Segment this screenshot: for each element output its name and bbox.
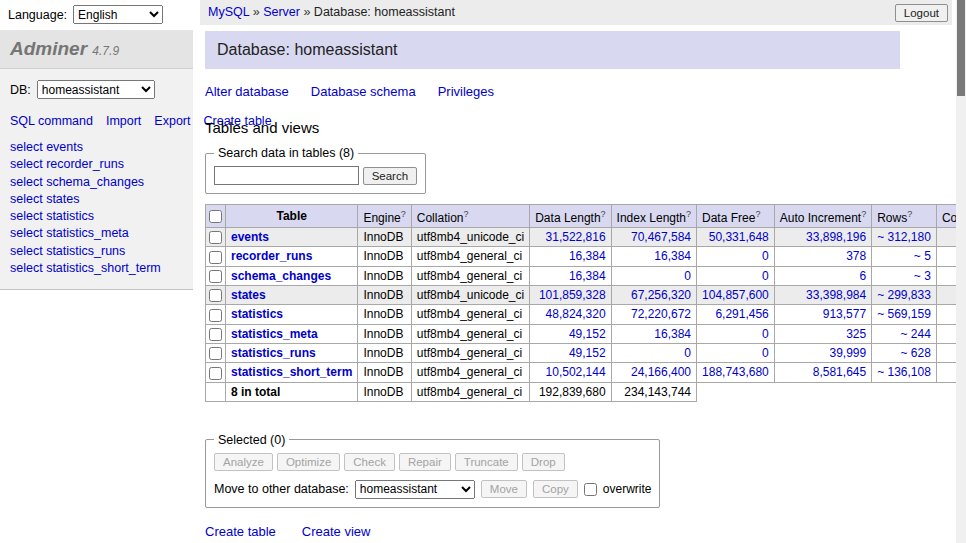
index-length-link[interactable]: 24,166,400 <box>631 365 691 379</box>
table-name-cell: states <box>226 285 358 304</box>
action-link-privileges[interactable]: Privileges <box>438 84 494 99</box>
column-hint-icon: ? <box>907 209 912 219</box>
auto-increment-link[interactable]: 33,898,196 <box>806 230 866 244</box>
breadcrumb-link-mysql[interactable]: MySQL <box>208 5 249 19</box>
db-select[interactable]: homeassistant <box>37 80 155 99</box>
sidebar-link-sql-command[interactable]: SQL command <box>10 114 93 128</box>
sidebar-link-import[interactable]: Import <box>106 114 141 128</box>
data-free-link[interactable]: 6,291,456 <box>715 307 768 321</box>
table-name-link-statistics[interactable]: statistics <box>231 307 283 321</box>
table-name-link-schema-changes[interactable]: schema_changes <box>231 269 331 283</box>
rows-count-link[interactable]: ~ 312,180 <box>877 230 931 244</box>
data-free-link[interactable]: 50,331,648 <box>709 230 769 244</box>
create-link-create-view[interactable]: Create view <box>302 524 371 539</box>
rows-count-link[interactable]: ~ 299,833 <box>877 288 931 302</box>
sidebar-table-link-select-schema-changes[interactable]: select schema_changes <box>10 174 183 191</box>
bulk-drop-button[interactable]: Drop <box>522 453 565 471</box>
search-button[interactable]: Search <box>363 167 417 185</box>
index-length-link[interactable]: 16,384 <box>654 327 691 341</box>
auto-increment-link[interactable]: 325 <box>846 327 866 341</box>
sidebar-table-link-select-events[interactable]: select events <box>10 139 183 156</box>
data-length-link[interactable]: 49,152 <box>569 327 606 341</box>
table-name-link-states[interactable]: states <box>231 288 266 302</box>
rows-count-link[interactable]: ~ 628 <box>901 346 931 360</box>
row-checkbox[interactable] <box>209 367 222 380</box>
row-checkbox[interactable] <box>209 328 222 341</box>
row-checkbox[interactable] <box>209 251 222 264</box>
row-checkbox[interactable] <box>209 231 222 244</box>
sidebar-table-link-select-statistics-short-term[interactable]: select statistics_short_term <box>10 260 183 277</box>
bulk-truncate-button[interactable]: Truncate <box>455 453 518 471</box>
auto-increment-link[interactable]: 8,581,645 <box>813 365 866 379</box>
bulk-optimize-button[interactable]: Optimize <box>277 453 340 471</box>
rows-count-link[interactable]: ~ 5 <box>914 249 931 263</box>
sidebar-link-export[interactable]: Export <box>154 114 190 128</box>
data-free-link[interactable]: 0 <box>762 346 769 360</box>
data-length-link[interactable]: 16,384 <box>569 269 606 283</box>
index-length-link[interactable]: 67,256,320 <box>631 288 691 302</box>
breadcrumb: MySQL » Server » Database: homeassistant <box>200 0 952 25</box>
sidebar-table-link-select-statistics-meta[interactable]: select statistics_meta <box>10 225 183 242</box>
data-length-link[interactable]: 16,384 <box>569 249 606 263</box>
auto-increment-link[interactable]: 378 <box>846 249 866 263</box>
row-checkbox[interactable] <box>209 309 222 322</box>
select-all-cell <box>206 205 226 228</box>
index-length-link[interactable]: 16,384 <box>654 249 691 263</box>
index-length-link[interactable]: 0 <box>684 346 691 360</box>
row-checkbox[interactable] <box>209 270 222 283</box>
copy-button[interactable]: Copy <box>533 480 578 498</box>
index-length-link[interactable]: 0 <box>684 269 691 283</box>
index-length-link[interactable]: 70,467,584 <box>631 230 691 244</box>
data-free-cell: 0 <box>697 247 775 266</box>
sidebar-table-link-select-statistics[interactable]: select statistics <box>10 208 183 225</box>
table-row: statistics_metaInnoDButf8mb4_general_ci4… <box>206 324 966 343</box>
data-length-link[interactable]: 101,859,328 <box>539 288 606 302</box>
engine-cell: InnoDB <box>358 247 411 266</box>
search-input[interactable] <box>214 166 359 185</box>
action-link-alter-database[interactable]: Alter database <box>205 84 289 99</box>
table-name-link-recorder-runs[interactable]: recorder_runs <box>231 249 312 263</box>
move-db-select[interactable]: homeassistant <box>355 480 475 499</box>
sidebar-table-link-select-recorder-runs[interactable]: select recorder_runs <box>10 156 183 173</box>
scrollbar[interactable] <box>956 0 966 543</box>
index-length-link[interactable]: 72,220,672 <box>631 307 691 321</box>
logout-button[interactable]: Logout <box>895 4 948 22</box>
data-length-link[interactable]: 31,522,816 <box>546 230 606 244</box>
table-name-link-events[interactable]: events <box>231 230 269 244</box>
data-length-link[interactable]: 49,152 <box>569 346 606 360</box>
data-length-link[interactable]: 48,824,320 <box>546 307 606 321</box>
breadcrumb-link-server[interactable]: Server <box>263 5 300 19</box>
auto-increment-link[interactable]: 39,999 <box>829 346 866 360</box>
rows-count-link[interactable]: ~ 3 <box>914 269 931 283</box>
bulk-check-button[interactable]: Check <box>344 453 395 471</box>
data-free-link[interactable]: 0 <box>762 249 769 263</box>
table-name-link-statistics-meta[interactable]: statistics_meta <box>231 327 318 341</box>
auto-increment-link[interactable]: 6 <box>859 269 866 283</box>
data-free-link[interactable]: 104,857,600 <box>702 288 769 302</box>
move-button[interactable]: Move <box>481 480 527 498</box>
auto-increment-link[interactable]: 913,577 <box>823 307 866 321</box>
language-select[interactable]: English <box>73 5 163 24</box>
overwrite-checkbox[interactable] <box>584 483 597 496</box>
sidebar-table-link-select-states[interactable]: select states <box>10 191 183 208</box>
data-free-link[interactable]: 0 <box>762 327 769 341</box>
row-checkbox[interactable] <box>209 347 222 360</box>
rows-count-link[interactable]: ~ 136,108 <box>877 365 931 379</box>
rows-count-link[interactable]: ~ 569,159 <box>877 307 931 321</box>
bulk-analyze-button[interactable]: Analyze <box>214 453 273 471</box>
row-checkbox[interactable] <box>209 289 222 302</box>
create-link-create-table[interactable]: Create table <box>205 524 276 539</box>
select-all-checkbox[interactable] <box>209 210 222 223</box>
data-free-link[interactable]: 0 <box>762 269 769 283</box>
index-length-cell: 70,467,584 <box>611 228 696 247</box>
data-length-link[interactable]: 10,502,144 <box>546 365 606 379</box>
action-link-database-schema[interactable]: Database schema <box>311 84 416 99</box>
data-free-link[interactable]: 188,743,680 <box>702 365 769 379</box>
table-name-link-statistics-short-term[interactable]: statistics_short_term <box>231 365 352 379</box>
scrollbar-thumb[interactable] <box>957 0 965 96</box>
sidebar-table-link-select-statistics-runs[interactable]: select statistics_runs <box>10 243 183 260</box>
table-name-link-statistics-runs[interactable]: statistics_runs <box>231 346 316 360</box>
auto-increment-link[interactable]: 33,398,984 <box>806 288 866 302</box>
bulk-repair-button[interactable]: Repair <box>399 453 451 471</box>
rows-count-link[interactable]: ~ 244 <box>901 327 931 341</box>
